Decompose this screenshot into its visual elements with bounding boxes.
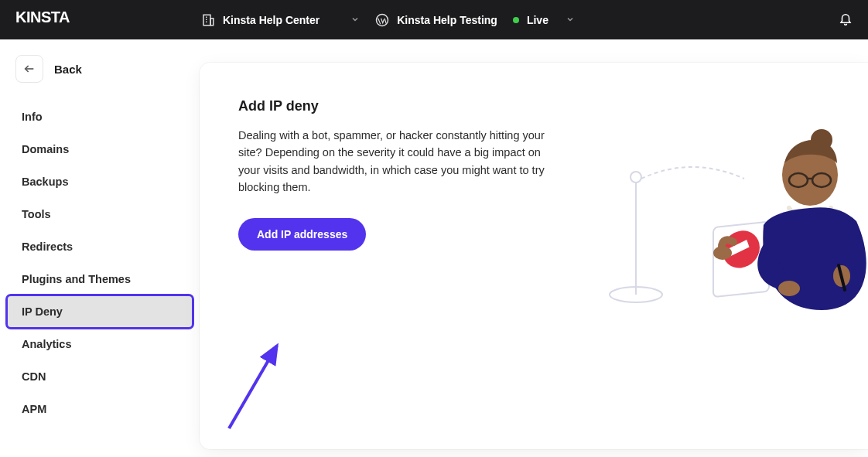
sidebar-item-cdn[interactable]: CDN bbox=[8, 361, 192, 392]
company-selector-label: Kinsta Help Center bbox=[223, 14, 320, 26]
svg-text:KINSTA: KINSTA bbox=[15, 9, 70, 26]
back-label: Back bbox=[54, 63, 82, 76]
site-selector[interactable]: Kinsta Help Testing bbox=[375, 13, 497, 27]
sidebar: Back Info Domains Backups Tools Redirect… bbox=[0, 39, 200, 457]
logo: KINSTA bbox=[15, 9, 201, 31]
live-status-icon bbox=[513, 17, 519, 23]
wordpress-icon bbox=[375, 13, 389, 27]
sidebar-item-apm[interactable]: APM bbox=[8, 394, 192, 425]
svg-rect-2 bbox=[210, 18, 214, 25]
svg-point-11 bbox=[630, 172, 641, 182]
add-ip-addresses-button[interactable]: Add IP addresses bbox=[238, 218, 366, 251]
sidebar-item-redirects[interactable]: Redirects bbox=[8, 231, 192, 262]
topbar: KINSTA Kinsta Help Center Kinst bbox=[0, 0, 868, 39]
page-description: Dealing with a bot, spammer, or hacker c… bbox=[238, 127, 548, 196]
illustration-bouncer bbox=[589, 86, 868, 318]
sidebar-item-info[interactable]: Info bbox=[8, 101, 192, 132]
svg-point-25 bbox=[778, 281, 800, 296]
page-title: Add IP deny bbox=[238, 98, 548, 114]
env-selector[interactable]: Live bbox=[513, 14, 575, 26]
company-icon bbox=[201, 13, 215, 27]
company-selector[interactable]: Kinsta Help Center bbox=[201, 13, 360, 27]
sidebar-item-backups[interactable]: Backups bbox=[8, 166, 192, 197]
env-label: Live bbox=[527, 14, 548, 26]
chevron-down-icon bbox=[566, 14, 575, 26]
chevron-down-icon bbox=[350, 14, 360, 26]
sidebar-item-tools[interactable]: Tools bbox=[8, 199, 192, 230]
back-button[interactable] bbox=[15, 55, 43, 83]
nav-list: Info Domains Backups Tools Redirects Plu… bbox=[0, 101, 200, 425]
sidebar-item-analytics[interactable]: Analytics bbox=[8, 329, 192, 360]
content-area: Add IP deny Dealing with a bot, spammer,… bbox=[200, 39, 868, 457]
sidebar-item-plugins-themes[interactable]: Plugins and Themes bbox=[8, 264, 192, 295]
sidebar-item-domains[interactable]: Domains bbox=[8, 134, 192, 165]
ip-deny-card: Add IP deny Dealing with a bot, spammer,… bbox=[200, 63, 868, 449]
svg-point-6 bbox=[377, 14, 388, 26]
arrow-left-icon bbox=[23, 63, 36, 75]
sidebar-item-ip-deny[interactable]: IP Deny bbox=[8, 296, 192, 327]
bell-icon[interactable] bbox=[839, 12, 853, 29]
site-selector-label: Kinsta Help Testing bbox=[397, 14, 497, 26]
